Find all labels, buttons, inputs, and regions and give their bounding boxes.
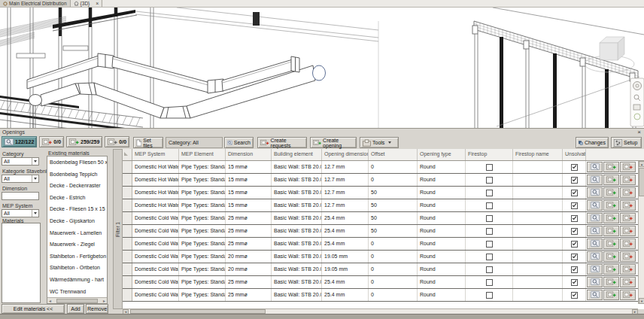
column-header-unsolvable[interactable]: Unsolvable xyxy=(563,149,586,160)
set-files-button[interactable]: Set files xyxy=(133,137,163,148)
row-selector[interactable] xyxy=(123,238,132,250)
zoom-to-button[interactable] xyxy=(587,175,603,185)
materials-hscrollbar[interactable]: ◄► xyxy=(47,297,107,303)
zoom-to-button[interactable] xyxy=(587,290,603,300)
edit-materials-button[interactable]: Edit materials << xyxy=(2,304,65,314)
row-selector[interactable] xyxy=(123,289,132,301)
table-row[interactable]: Domestic Hot WaterPipe Types: Standard15… xyxy=(123,161,644,174)
material-item[interactable]: Decke - Fliesen 15 x 15 xyxy=(47,203,107,215)
zoom-to-button[interactable] xyxy=(587,213,603,223)
select-all-corner[interactable] xyxy=(123,149,132,160)
firestop-checkbox[interactable] xyxy=(486,266,493,273)
zoom-to-button[interactable] xyxy=(587,264,603,275)
row-selector[interactable] xyxy=(123,263,132,275)
column-header-firestop[interactable]: Firestop xyxy=(466,149,513,160)
firestop-checkbox[interactable] xyxy=(486,292,493,299)
row-selector[interactable] xyxy=(123,212,132,224)
zoom-to-button[interactable] xyxy=(587,238,603,249)
table-row[interactable]: Domestic Cold WaterPipe Types: Standard2… xyxy=(123,251,644,263)
unsolvable-checkbox[interactable] xyxy=(571,164,578,171)
close-panel-icon[interactable]: × xyxy=(637,129,641,135)
search-button[interactable]: Search xyxy=(224,137,254,148)
setup-button[interactable]: Setup xyxy=(611,137,642,148)
windows-taskbar[interactable] xyxy=(0,314,644,319)
zoom-to-button[interactable] xyxy=(587,200,603,211)
column-header-mep_element[interactable]: MEP Element xyxy=(179,149,226,160)
vscroll-thumb[interactable] xyxy=(639,168,644,196)
material-item[interactable]: Wärmedämmung - hart xyxy=(47,274,107,286)
row-selector[interactable] xyxy=(123,187,132,199)
zoom-to-button[interactable] xyxy=(587,187,603,198)
table-row[interactable]: Domestic Cold WaterPipe Types: Standard2… xyxy=(123,289,644,302)
create-opening-row-button[interactable] xyxy=(603,264,619,275)
material-item[interactable]: Stahlbeton - Fertigbeton xyxy=(47,251,107,263)
table-horizontal-scrollbar[interactable]: ◄ ► xyxy=(123,308,638,314)
table-row[interactable]: Domestic Cold WaterPipe Types: Standard2… xyxy=(123,263,644,276)
firestop-checkbox[interactable] xyxy=(486,190,493,196)
firestop-checkbox[interactable] xyxy=(486,177,493,184)
column-header-opening_dimensions[interactable]: Opening dimensions xyxy=(322,149,369,160)
kategorie-select[interactable]: All xyxy=(2,175,39,183)
table-row[interactable]: Domestic Hot WaterPipe Types: Standard15… xyxy=(123,199,644,212)
firestop-checkbox[interactable] xyxy=(486,254,493,260)
create-opening-row-button[interactable] xyxy=(603,200,619,211)
table-row[interactable]: Domestic Hot WaterPipe Types: Standard15… xyxy=(123,174,644,187)
unsolvable-checkbox[interactable] xyxy=(571,202,578,209)
column-header-dimension[interactable]: Dimension xyxy=(226,149,272,160)
column-header-opening_type[interactable]: Opening type xyxy=(418,149,466,160)
zoom-to-button[interactable] xyxy=(587,251,603,262)
material-item[interactable]: Bodenbelag Teppich xyxy=(47,169,107,181)
unsolvable-checkbox[interactable] xyxy=(571,241,578,248)
firestop-checkbox[interactable] xyxy=(486,215,493,222)
count-toggle-opening-gray-button[interactable]: 0/0 xyxy=(105,136,129,147)
unsolvable-checkbox[interactable] xyxy=(571,228,578,235)
mep-system-select[interactable]: All xyxy=(2,209,39,217)
unsolvable-checkbox[interactable] xyxy=(571,215,578,222)
unsolvable-checkbox[interactable] xyxy=(571,254,578,260)
create-opening-row-button[interactable] xyxy=(603,213,619,223)
remove-material-button[interactable]: Remove xyxy=(86,304,108,314)
unsolvable-checkbox[interactable] xyxy=(571,266,578,273)
existing-materials-list[interactable]: Bodenbelag Fliesen 50 x 50Bodenbelag Tep… xyxy=(47,156,108,304)
create-request-row-button[interactable] xyxy=(620,290,636,300)
create-request-row-button[interactable] xyxy=(620,162,636,172)
filter-1-tab[interactable]: Filter 1 xyxy=(113,149,123,309)
column-header-building_element[interactable]: Building element xyxy=(272,149,322,160)
create-opening-row-button[interactable] xyxy=(603,251,619,262)
zoom-to-button[interactable] xyxy=(587,226,603,236)
create-opening-row-button[interactable] xyxy=(603,277,619,287)
create-request-row-button[interactable] xyxy=(620,226,636,236)
create-request-row-button[interactable] xyxy=(620,277,636,287)
close-tab-icon[interactable]: × xyxy=(96,1,99,6)
firestop-checkbox[interactable] xyxy=(486,202,493,209)
row-selector[interactable] xyxy=(123,174,132,186)
add-material-button[interactable]: Add xyxy=(67,304,84,314)
materials-listbox[interactable] xyxy=(2,223,41,303)
create-opening-row-button[interactable] xyxy=(603,187,619,198)
firestop-checkbox[interactable] xyxy=(486,241,493,248)
create-opening-button[interactable]: Create opening xyxy=(310,137,357,148)
table-row[interactable]: Domestic Cold WaterPipe Types: Standard2… xyxy=(123,238,644,251)
create-request-row-button[interactable] xyxy=(620,251,636,262)
unsolvable-checkbox[interactable] xyxy=(571,190,578,196)
category-select[interactable]: All xyxy=(2,157,39,166)
dimension-input[interactable] xyxy=(2,192,39,200)
row-selector[interactable] xyxy=(123,225,132,237)
row-selector[interactable] xyxy=(123,276,132,288)
count-toggle-magnifier-button[interactable]: 122/122 xyxy=(2,136,37,147)
changes-button[interactable]: Changes xyxy=(576,137,609,148)
column-header-offset[interactable]: Offset xyxy=(369,149,418,160)
table-vertical-scrollbar[interactable]: ▲ ▼ xyxy=(638,161,644,304)
material-item[interactable]: Stahlbeton - Ortbeton xyxy=(47,262,107,274)
scroll-up-icon[interactable]: ▲ xyxy=(639,161,644,167)
row-selector[interactable] xyxy=(123,251,132,263)
create-request-row-button[interactable] xyxy=(620,213,636,223)
table-row[interactable]: Domestic Cold WaterPipe Types: Standard2… xyxy=(123,276,644,289)
create-request-row-button[interactable] xyxy=(620,187,636,198)
zoom-to-button[interactable] xyxy=(587,162,603,172)
table-row[interactable]: Domestic Cold WaterPipe Types: Standard2… xyxy=(123,212,644,225)
material-item[interactable]: Bodenbelag Fliesen 50 x 50 xyxy=(47,156,107,169)
create-request-row-button[interactable] xyxy=(620,264,636,275)
create-requests-button[interactable]: Create requests xyxy=(257,137,307,148)
material-item[interactable]: Decke - Estrich xyxy=(47,192,107,204)
